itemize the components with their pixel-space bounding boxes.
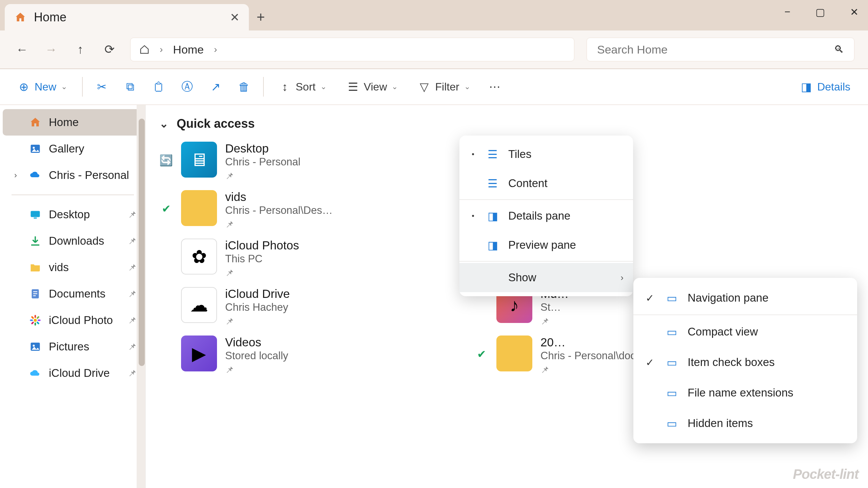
- desktop-folder-icon: 🖥: [181, 142, 217, 178]
- breadcrumb-segment[interactable]: Home: [173, 43, 204, 56]
- quick-access-tile[interactable]: ▶ Videos Stored locally 📌︎: [159, 336, 465, 375]
- content-icon: ☰: [486, 177, 499, 190]
- maximize-button[interactable]: ▢: [809, 5, 831, 19]
- refresh-button[interactable]: ⟳: [101, 41, 118, 58]
- icloud-photos-icon: ✿: [181, 239, 217, 274]
- pin-icon: 📌︎: [225, 219, 333, 230]
- address-bar[interactable]: › Home ›: [130, 38, 574, 61]
- sidebar-item-label: vids: [49, 261, 69, 274]
- tab-title: Home: [34, 10, 222, 24]
- menu-item-preview pane[interactable]: ◨ Preview pane: [459, 230, 633, 260]
- menu-item-details pane[interactable]: • ◨ Details pane: [459, 201, 633, 230]
- details-pane-icon: ◨: [800, 81, 812, 93]
- view-button[interactable]: ☰ View ⌄: [341, 77, 403, 97]
- sort-button[interactable]: ↕ Sort ⌄: [273, 77, 332, 97]
- more-button[interactable]: ⋯: [485, 77, 504, 96]
- sidebar-item-home[interactable]: Home: [3, 109, 143, 136]
- back-button[interactable]: ←: [14, 41, 31, 58]
- tile-subtitle: Chris - Personal: [225, 156, 300, 168]
- minimize-button[interactable]: −: [778, 5, 796, 19]
- menu-separator: [633, 314, 857, 315]
- tile-name: Videos: [225, 336, 288, 349]
- tab-home[interactable]: Home ✕: [5, 4, 249, 30]
- close-window-button[interactable]: ✕: [844, 5, 865, 19]
- chevron-right-icon: ›: [620, 272, 624, 283]
- icloud-drive-icon: ☁: [181, 287, 217, 323]
- sort-label: Sort: [296, 81, 316, 93]
- forward-button[interactable]: →: [43, 41, 60, 58]
- pin-icon: 📌︎: [540, 365, 646, 375]
- cut-button[interactable]: ✂: [92, 77, 111, 96]
- filter-icon: ▽: [418, 81, 430, 93]
- submenu-item-file name extensions[interactable]: ▭ File name extensions: [633, 378, 857, 408]
- option-icon: ▭: [665, 325, 679, 339]
- option-icon: ▭: [665, 355, 679, 369]
- new-tab-button[interactable]: +: [249, 4, 273, 30]
- new-button[interactable]: ⊕ New ⌄: [12, 77, 73, 97]
- search-bar[interactable]: 🔍︎: [587, 38, 854, 61]
- home-breadcrumb-icon: [139, 44, 150, 55]
- submenu-item-navigation pane[interactable]: ✓ ▭ Navigation pane: [633, 283, 857, 313]
- sidebar-item-icloud-photo[interactable]: iCloud Photo 📌︎: [3, 307, 143, 333]
- tiles-icon: ☰: [486, 147, 499, 161]
- paste-button[interactable]: 📋︎: [149, 77, 168, 96]
- submenu-item-hidden items[interactable]: ▭ Hidden items: [633, 408, 857, 439]
- close-tab-icon[interactable]: ✕: [230, 11, 239, 24]
- quick-access-tile[interactable]: ☁ iCloud Drive Chris Hachey 📌︎: [159, 287, 465, 327]
- divider: [82, 77, 83, 97]
- sidebar-item-label: iCloud Drive: [49, 367, 110, 380]
- titlebar: Home ✕ + − ▢ ✕: [0, 0, 868, 30]
- sidebar-item-documents[interactable]: Documents 📌︎: [3, 281, 143, 307]
- delete-button[interactable]: 🗑︎: [235, 77, 254, 96]
- scrollbar-thumb[interactable]: [139, 119, 145, 366]
- sidebar-item-pictures[interactable]: Pictures 📌︎: [3, 333, 143, 360]
- window-controls: − ▢ ✕: [778, 0, 865, 24]
- filter-button[interactable]: ▽ Filter ⌄: [413, 77, 475, 97]
- up-button[interactable]: ↑: [72, 41, 89, 58]
- view-label: View: [364, 81, 387, 93]
- sidebar-item-downloads[interactable]: Downloads 📌︎: [3, 228, 143, 254]
- view-icon: ☰: [347, 81, 359, 93]
- icloud-photos-icon: [29, 314, 41, 326]
- onedrive-icon: [29, 169, 41, 181]
- quick-access-tile[interactable]: ✔ vids Chris - Personal\Des… 📌︎: [159, 190, 465, 230]
- menu-item-tiles[interactable]: • ☰ Tiles: [459, 140, 633, 169]
- folder-icon: [29, 261, 41, 273]
- details-label: Details: [817, 81, 850, 93]
- sidebar-item-desktop[interactable]: Desktop 📌︎: [3, 201, 143, 228]
- tile-subtitle: St…: [540, 301, 569, 313]
- svg-line-16: [37, 317, 38, 318]
- search-input[interactable]: [597, 43, 834, 56]
- submenu-item-compact view[interactable]: ▭ Compact view: [633, 317, 857, 347]
- check-icon: ✓: [644, 357, 656, 368]
- details-toggle[interactable]: ◨ Details: [795, 77, 856, 97]
- scrollbar-track[interactable]: [137, 105, 145, 488]
- sidebar-item-chris-personal[interactable]: › Chris - Personal: [3, 162, 143, 188]
- svg-rect-7: [33, 296, 36, 296]
- tile-subtitle: This PC: [225, 253, 299, 265]
- menu-item-show[interactable]: Show ›: [459, 263, 633, 292]
- menu-separator: [459, 199, 633, 200]
- new-label: New: [35, 81, 56, 93]
- menu-item-label: Preview pane: [508, 239, 576, 251]
- sidebar-item-label: Downloads: [49, 235, 104, 247]
- pin-icon: 📌︎: [128, 209, 137, 220]
- home-icon: [29, 116, 41, 128]
- sidebar-item-vids[interactable]: vids 📌︎: [3, 254, 143, 281]
- quick-access-tile[interactable]: ✿ iCloud Photos This PC 📌︎: [159, 239, 465, 278]
- menu-item-content[interactable]: ☰ Content: [459, 169, 633, 198]
- rename-button[interactable]: Ⓐ: [178, 77, 197, 96]
- tile-name: vids: [225, 190, 333, 204]
- search-icon[interactable]: 🔍︎: [834, 44, 844, 55]
- submenu-item-item check boxes[interactable]: ✓ ▭ Item check boxes: [633, 347, 857, 378]
- pin-icon: 📌︎: [225, 316, 290, 327]
- option-icon: ▭: [665, 291, 679, 305]
- copy-button[interactable]: ⧉: [121, 77, 140, 96]
- quick-access-tile[interactable]: 🔄 🖥 Desktop Chris - Personal 📌︎: [159, 142, 465, 181]
- sidebar-item-icloud-drive[interactable]: iCloud Drive 📌︎: [3, 360, 143, 386]
- share-button[interactable]: ↗: [206, 77, 225, 96]
- preview-pane-icon: ◨: [486, 238, 499, 252]
- section-header-quick-access[interactable]: ⌄ Quick access: [159, 117, 854, 131]
- sync-status-icon: ✔: [159, 190, 173, 215]
- sidebar-item-gallery[interactable]: Gallery: [3, 136, 143, 162]
